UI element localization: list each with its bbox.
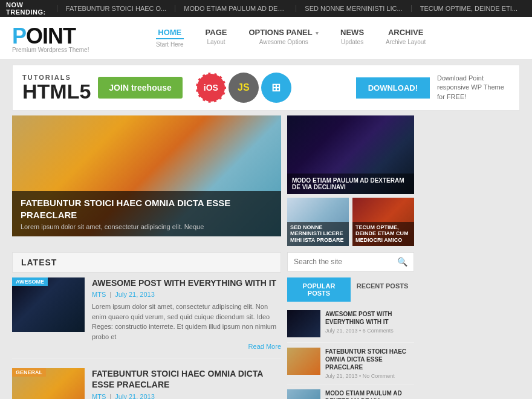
search-input[interactable]	[288, 253, 391, 271]
side-small-overlay-1: SED NONNE MERNINISTI LICERE MIHI ISTA PR…	[287, 222, 349, 246]
trending-item-4[interactable]: TECUM OPTIME, DEINDE ETI...	[411, 5, 526, 12]
nav-sub-options: Awesome Options	[259, 39, 308, 45]
nav-sub-archive: Archive Layout	[386, 39, 426, 45]
tab-popular[interactable]: POPULAR POSTS	[287, 277, 351, 302]
nav-item-news[interactable]: NEWS Updates	[329, 23, 375, 53]
download-button[interactable]: DOWNLOAD!	[356, 77, 430, 99]
latest-section: LATEST AWESOME AWESOME POST WITH EVERYTH…	[12, 252, 520, 399]
trending-item-2[interactable]: MODO ETIAM PAULUM AD DEX...	[175, 5, 296, 12]
download-description: Download Point responsive WP Theme for F…	[437, 74, 510, 102]
sidebar-post-meta-1: July 21, 2013 • 6 Comments	[325, 328, 414, 334]
sidebar-post-1[interactable]: AWESOME POST WITH EVERYTHING WITH IT Jul…	[287, 305, 414, 343]
nav-item-home[interactable]: HOME Start Here	[145, 23, 195, 53]
nav-label-home: HOME	[156, 28, 184, 39]
nav-item-page[interactable]: PAGE Layout	[195, 23, 238, 53]
search-button[interactable]: 🔍	[391, 253, 414, 270]
post-badge-1: AWESOME	[12, 277, 48, 286]
sidebar-thumb-image-1	[287, 310, 320, 337]
side-small-post-1[interactable]: SED NONNE MERNINISTI LICERE MIHI ISTA PR…	[287, 198, 349, 246]
post-item-1: AWESOME AWESOME POST WITH EVERYTHING WIT…	[12, 277, 281, 358]
search-icon: 🔍	[397, 257, 407, 267]
post-title-1[interactable]: AWESOME POST WITH EVERYTHING WITH IT	[92, 277, 281, 288]
chevron-down-icon: ▾	[316, 30, 319, 36]
trending-item-3[interactable]: SED NONNE MERNINISTI LIC...	[296, 5, 410, 12]
trending-label: NOW TRENDING:	[6, 1, 50, 16]
html5-label: TUTORIALSHTML5	[22, 74, 91, 102]
featured-main-overlay: FATEBUNTUR STOICI HAEC OMNIA DICTA ESSE …	[12, 191, 281, 236]
logo: POINT Premium Wordpress Theme!	[12, 24, 133, 53]
nav-label-news: NEWS	[340, 28, 364, 37]
nav-label-archive: ARCHIVE	[386, 28, 426, 37]
js-icon: JS	[229, 73, 259, 103]
side-small-posts: SED NONNE MERNINISTI LICERE MIHI ISTA PR…	[287, 198, 414, 246]
ios-icon: iOS	[196, 73, 226, 103]
post-date-2: July 21, 2013	[115, 393, 154, 399]
grid-icon: ⊞	[261, 73, 291, 103]
side-small-overlay-2: TECUM OPTIME, DEINDE ETIAM CUM MEDIOCRI …	[352, 222, 414, 246]
featured-side: MODO ETIAM PAULUM AD DEXTERAM DE VIA DEC…	[287, 115, 414, 246]
sidebar-tabs: POPULAR POSTS RECENT POSTS	[287, 277, 414, 302]
main-nav: HOME Start Here PAGE Layout OPTIONS PANE…	[145, 23, 436, 53]
sidebar-post-meta-2: July 21, 2013 • No Comment	[325, 373, 414, 379]
nav-label-options: OPTIONS PANEL ▾	[248, 28, 319, 37]
banner-ad: TUTORIALSHTML5 JOIN treehouse iOS JS ⊞ D…	[12, 65, 520, 111]
sidebar-thumb-1	[287, 310, 320, 337]
sidebar-post-info-3: MODO ETIAM PAULUM AD DEXTERAM DE VIA... …	[325, 389, 414, 399]
tab-recent[interactable]: RECENT POSTS	[351, 277, 414, 302]
read-more-wrapper-1: Read More	[92, 342, 281, 351]
latest-row: LATEST AWESOME AWESOME POST WITH EVERYTH…	[12, 252, 520, 399]
sidebar: 🔍 POPULAR POSTS RECENT POSTS AWESOME POS…	[287, 252, 414, 399]
post-excerpt-1: Lorem ipsum dolor sit amet, consectetur …	[92, 302, 281, 342]
sidebar-thumb-3	[287, 389, 320, 399]
post-item-2: GENERAL FATEBUNTUR STOICI HAEC OMNIA DIC…	[12, 368, 281, 399]
trending-item-1[interactable]: FATEBUNTUR STOICI HAEC O...	[57, 5, 175, 12]
logo-text: POINT	[12, 24, 133, 49]
featured-side-main[interactable]: MODO ETIAM PAULUM AD DEXTERAM DE VIA DEC…	[287, 115, 414, 194]
post-meta-1: MTS | July 21, 2013	[92, 291, 281, 298]
latest-posts: LATEST AWESOME AWESOME POST WITH EVERYTH…	[12, 252, 281, 399]
sidebar-post-title-2: FATEBUNTUR STOICI HAEC OMNIA DICTA ESSE …	[325, 348, 414, 371]
featured-main-title: FATEBUNTUR STOICI HAEC OMNIA DICTA ESSE …	[21, 197, 273, 221]
nav-sub-news: Updates	[341, 39, 363, 45]
sidebar-post-title-3: MODO ETIAM PAULUM AD DEXTERAM DE VIA...	[325, 389, 414, 399]
latest-header: LATEST	[12, 252, 281, 273]
trending-items: FATEBUNTUR STOICI HAEC O... MODO ETIAM P…	[57, 5, 526, 12]
side-small-title-2: TECUM OPTIME, DEINDE ETIAM CUM MEDIOCRI …	[355, 224, 411, 244]
nav-item-options[interactable]: OPTIONS PANEL ▾ Awesome Options	[238, 23, 329, 53]
post-content-2: FATEBUNTUR STOICI HAEC OMNIA DICTA ESSE …	[92, 368, 281, 399]
nav-sub-home: Start Here	[156, 41, 184, 48]
post-thumb-1[interactable]: AWESOME	[12, 277, 85, 332]
side-main-overlay: MODO ETIAM PAULUM AD DEXTERAM DE VIA DEC…	[287, 174, 414, 194]
featured-main-desc: Lorem ipsum dolor sit amet, consectetur …	[21, 223, 273, 230]
sidebar-thumb-2	[287, 348, 320, 375]
html5-tutorials: TUTORIALSHTML5 JOIN treehouse iOS JS ⊞	[22, 73, 291, 103]
side-small-title-1: SED NONNE MERNINISTI LICERE MIHI ISTA PR…	[290, 224, 346, 244]
nav-label-page: PAGE	[206, 28, 227, 37]
post-thumb-2[interactable]: GENERAL	[12, 368, 85, 399]
post-author-2: MTS	[92, 393, 106, 399]
header: POINT Premium Wordpress Theme! HOME Star…	[0, 17, 532, 60]
treehouse-icons: iOS JS ⊞	[196, 73, 291, 103]
side-main-title: MODO ETIAM PAULUM AD DEXTERAM DE VIA DEC…	[292, 177, 409, 190]
sidebar-post-title-1: AWESOME POST WITH EVERYTHING WITH IT	[325, 310, 414, 326]
featured-main-post[interactable]: FATEBUNTUR STOICI HAEC OMNIA DICTA ESSE …	[12, 115, 281, 236]
main-content: FATEBUNTUR STOICI HAEC OMNIA DICTA ESSE …	[12, 115, 520, 246]
side-small-post-2[interactable]: TECUM OPTIME, DEINDE ETIAM CUM MEDIOCRI …	[352, 198, 414, 246]
join-treehouse-button[interactable]: JOIN treehouse	[98, 77, 182, 99]
featured-section: FATEBUNTUR STOICI HAEC OMNIA DICTA ESSE …	[12, 115, 281, 246]
sidebar-thumb-image-3	[287, 389, 320, 399]
post-author-1: MTS	[92, 291, 106, 298]
sidebar-post-2[interactable]: FATEBUNTUR STOICI HAEC OMNIA DICTA ESSE …	[287, 343, 414, 384]
read-more-link-1[interactable]: Read More	[248, 343, 281, 350]
logo-sub: Premium Wordpress Theme!	[12, 47, 133, 53]
sidebar-post-info-2: FATEBUNTUR STOICI HAEC OMNIA DICTA ESSE …	[325, 348, 414, 379]
post-date-1: July 21, 2013	[115, 291, 154, 298]
sidebar-post-3[interactable]: MODO ETIAM PAULUM AD DEXTERAM DE VIA... …	[287, 384, 414, 399]
sidebar-thumb-image-2	[287, 348, 320, 375]
post-badge-2: GENERAL	[12, 368, 46, 377]
post-title-2[interactable]: FATEBUNTUR STOICI HAEC OMNIA DICTA ESSE …	[92, 368, 281, 390]
search-box: 🔍	[287, 252, 414, 271]
nav-item-archive[interactable]: ARCHIVE Archive Layout	[375, 23, 436, 53]
sidebar-post-info-1: AWESOME POST WITH EVERYTHING WITH IT Jul…	[325, 310, 414, 337]
post-content-1: AWESOME POST WITH EVERYTHING WITH IT MTS…	[92, 277, 281, 351]
